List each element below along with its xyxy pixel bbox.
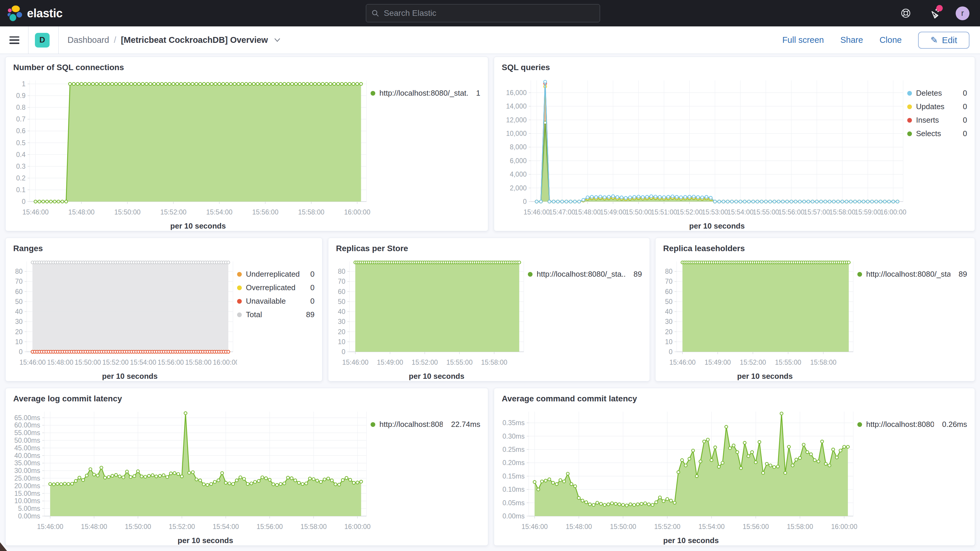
edit-button-label: Edit xyxy=(942,35,957,45)
x-axis-label: per 10 seconds xyxy=(689,221,745,230)
notification-dot xyxy=(936,5,943,11)
svg-text:0: 0 xyxy=(22,198,25,205)
legend-item-underreplicated[interactable]: Underreplicated0 xyxy=(237,270,315,279)
svg-text:0.9: 0.9 xyxy=(16,92,25,99)
legend-item-overreplicated[interactable]: Overreplicated0 xyxy=(237,283,315,292)
svg-text:14,000: 14,000 xyxy=(506,102,527,110)
series-area-updates xyxy=(537,86,897,202)
svg-text:70: 70 xyxy=(338,277,345,285)
legend-item-http-localhost-8080-sta[interactable]: http://localhost:8080/_sta...89 xyxy=(858,270,967,279)
edit-button[interactable]: ✎ Edit xyxy=(918,32,969,49)
breadcrumb-separator: / xyxy=(114,35,116,45)
newsfeed-icon[interactable] xyxy=(928,7,940,20)
svg-text:0.35ms: 0.35ms xyxy=(503,419,525,427)
chart-area[interactable]: 15:46:0015:48:0015:50:0015:52:0015:54:00… xyxy=(6,73,371,231)
svg-text:15:49:00: 15:49:00 xyxy=(600,208,627,216)
chart-area[interactable]: 15:46:0015:48:0015:50:0015:52:0015:54:00… xyxy=(494,404,858,545)
chart-area[interactable]: 15:46:0015:47:0015:48:0015:49:0015:50:00… xyxy=(494,73,907,231)
svg-text:0.00ms: 0.00ms xyxy=(18,512,40,520)
svg-text:0.20ms: 0.20ms xyxy=(503,459,525,467)
legend-label: Overreplicated xyxy=(246,283,296,292)
chart-area[interactable]: 15:46:0015:48:0015:50:0015:52:0015:54:00… xyxy=(6,404,371,545)
x-axis-label: per 10 seconds xyxy=(409,372,464,381)
legend-item-http-localhost-808[interactable]: http://localhost:808...22.74ms xyxy=(371,420,480,429)
svg-text:15:53:00: 15:53:00 xyxy=(702,208,728,216)
svg-text:15:50:00: 15:50:00 xyxy=(114,208,140,216)
svg-text:15:48:00: 15:48:00 xyxy=(68,208,95,216)
page-title[interactable]: [Metricbeat CockroachDB] Overview xyxy=(121,35,268,45)
help-icon[interactable] xyxy=(899,7,912,20)
svg-text:16:00:00: 16:00:00 xyxy=(213,358,237,366)
space-badge[interactable]: D xyxy=(35,33,49,48)
legend-dot xyxy=(907,91,912,96)
svg-text:10.00ms: 10.00ms xyxy=(14,497,40,505)
svg-text:15:54:00: 15:54:00 xyxy=(727,208,754,216)
panel-title[interactable]: Replica leaseholders xyxy=(655,238,975,254)
legend-item-http-localhost-8080-stat[interactable]: http://localhost:8080/_stat...1 xyxy=(371,89,480,98)
panel-body: 15:46:0015:48:0015:50:0015:52:0015:54:00… xyxy=(494,404,975,545)
svg-text:0.25ms: 0.25ms xyxy=(503,446,525,453)
panel-title[interactable]: Average command commit latency xyxy=(494,388,975,404)
chevron-down-icon[interactable] xyxy=(274,38,280,42)
svg-text:0.8: 0.8 xyxy=(16,104,25,111)
svg-text:15:52:00: 15:52:00 xyxy=(740,358,766,366)
legend-item-deletes[interactable]: Deletes0 xyxy=(907,89,967,98)
svg-text:15:58:00: 15:58:00 xyxy=(301,523,327,530)
legend-dot xyxy=(237,299,242,304)
share-button[interactable]: Share xyxy=(840,35,863,45)
legend-value: 89 xyxy=(302,310,315,319)
legend-item-inserts[interactable]: Inserts0 xyxy=(907,116,967,125)
legend-item-updates[interactable]: Updates0 xyxy=(907,102,967,111)
search-input[interactable] xyxy=(383,8,595,18)
svg-text:50: 50 xyxy=(15,298,22,306)
panel-title[interactable]: Replicas per Store xyxy=(328,238,650,254)
panel-title[interactable]: Average log commit latency xyxy=(6,388,488,404)
legend-item-total[interactable]: Total89 xyxy=(237,310,315,319)
x-axis: 15:46:0015:49:0015:52:0015:55:0015:58:00 xyxy=(669,352,837,366)
legend-dot xyxy=(858,422,862,427)
legend-item-http-localhost-8080-sta[interactable]: http://localhost:8080/_sta...89 xyxy=(528,270,642,279)
chart-canvas-replicas-per-store[interactable]: 15:46:0015:49:0015:52:0015:55:0015:58:00… xyxy=(328,254,528,381)
grid xyxy=(531,80,903,202)
elastic-brand[interactable]: elastic xyxy=(6,0,62,26)
legend-item-unavailable[interactable]: Unavailable0 xyxy=(237,297,315,306)
series-area-deletes xyxy=(537,82,897,202)
legend-item-selects[interactable]: Selects0 xyxy=(907,129,967,138)
panel-title[interactable]: Number of SQL connections xyxy=(6,57,488,73)
svg-text:15:47:00: 15:47:00 xyxy=(549,208,575,216)
legend-dot xyxy=(371,422,375,427)
svg-text:15:48:00: 15:48:00 xyxy=(81,523,107,530)
y-axis: 80706050403020100 xyxy=(15,268,27,355)
svg-text:0.2: 0.2 xyxy=(16,174,25,182)
chart-canvas-number-of-sql-connections[interactable]: 15:46:0015:48:0015:50:0015:52:0015:54:00… xyxy=(6,73,371,231)
series-line-http-localhost-8080-status-vars xyxy=(49,412,363,486)
chart-canvas-sql-queries[interactable]: 15:46:0015:47:0015:48:0015:49:0015:50:00… xyxy=(494,73,907,231)
svg-text:15:46:00: 15:46:00 xyxy=(19,358,46,366)
clone-button[interactable]: Clone xyxy=(879,35,902,45)
global-search-bar[interactable] xyxy=(366,4,600,22)
legend-value: 0 xyxy=(306,283,315,292)
chart-legend: http://localhost:8080/_sta...89 xyxy=(858,254,975,381)
toolbar-divider xyxy=(58,26,59,54)
svg-text:15:58:00: 15:58:00 xyxy=(810,358,837,366)
chart-area[interactable]: 15:46:0015:49:0015:52:0015:55:0015:58:00… xyxy=(328,254,528,381)
menu-icon[interactable] xyxy=(10,37,19,44)
chart-canvas-replica-leaseholders[interactable]: 15:46:0015:49:0015:52:0015:55:0015:58:00… xyxy=(655,254,858,381)
x-axis-label: per 10 seconds xyxy=(737,372,792,381)
svg-text:60.00ms: 60.00ms xyxy=(14,421,40,429)
chart-canvas-average-log-commit-latency[interactable]: 15:46:0015:48:0015:50:0015:52:0015:54:00… xyxy=(6,404,371,545)
chart-area[interactable]: 15:46:0015:48:0015:50:0015:52:0015:54:00… xyxy=(6,254,237,381)
user-avatar[interactable]: r xyxy=(956,6,969,20)
svg-text:0.4: 0.4 xyxy=(16,151,25,158)
panel-title[interactable]: SQL queries xyxy=(494,57,975,73)
legend-label: Selects xyxy=(916,129,941,138)
chart-canvas-average-command-commit-latency[interactable]: 15:46:0015:48:0015:50:0015:52:0015:54:00… xyxy=(494,404,858,545)
chart-area[interactable]: 15:46:0015:49:0015:52:0015:55:0015:58:00… xyxy=(655,254,858,381)
legend-item-http-localhost-8080[interactable]: http://localhost:8080...0.26ms xyxy=(858,420,967,429)
breadcrumb-dashboard-link[interactable]: Dashboard xyxy=(67,35,109,45)
panel-title[interactable]: Ranges xyxy=(6,238,322,254)
svg-text:15:58:00: 15:58:00 xyxy=(481,358,508,366)
svg-text:45.00ms: 45.00ms xyxy=(14,444,40,452)
full-screen-button[interactable]: Full screen xyxy=(782,35,824,45)
chart-canvas-ranges[interactable]: 15:46:0015:48:0015:50:0015:52:0015:54:00… xyxy=(6,254,237,381)
